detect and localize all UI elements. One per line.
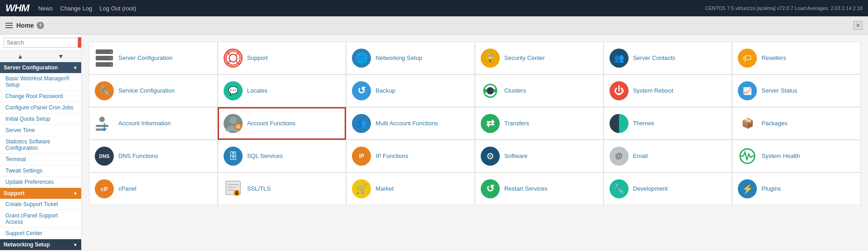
market-label: Market xyxy=(375,185,394,193)
grid-item-server-configuration[interactable]: Server Configuration xyxy=(89,42,218,74)
sidebar-section-server-config-label: Server Configuration xyxy=(4,64,58,71)
multi-account-functions-label: Multi Account Functions xyxy=(375,120,438,128)
clusters-label: Clusters xyxy=(504,87,526,95)
grid-item-themes[interactable]: Themes xyxy=(604,107,732,140)
grid-item-backup[interactable]: ↺ Backup xyxy=(346,74,475,107)
grid-item-server-status[interactable]: 📈 Server Status xyxy=(732,74,861,107)
svg-point-16 xyxy=(99,117,105,122)
sidebar-scroll-buttons: ▲ ▼ xyxy=(0,51,81,62)
sidebar-item-stats-software[interactable]: Statistics Software Configuration xyxy=(0,136,81,154)
cpanel-icon: cP xyxy=(95,179,114,198)
home-label[interactable]: Home xyxy=(16,22,34,29)
grid-item-market[interactable]: 🛒 Market xyxy=(346,172,475,205)
hamburger-icon[interactable] xyxy=(5,23,13,28)
networking-setup-icon: 🌐 xyxy=(352,49,371,68)
content-area: Server Configuration Support 🌐 xyxy=(82,34,868,251)
server-contacts-icon: 👥 xyxy=(610,49,629,68)
grid-item-networking-setup[interactable]: 🌐 Networking Setup xyxy=(346,42,475,74)
svg-point-15 xyxy=(493,89,497,93)
service-configuration-label: Service Configuration xyxy=(118,87,175,95)
grid-item-ssl-tls[interactable]: SSL/TLS xyxy=(218,172,346,205)
grid-item-ip-functions[interactable]: IP IP Functions xyxy=(346,140,475,172)
cpanel-label: cPanel xyxy=(118,185,137,193)
support-label: Support xyxy=(247,54,268,62)
grid-item-cpanel[interactable]: cP cPanel xyxy=(89,172,218,205)
nav-news[interactable]: News xyxy=(38,5,53,12)
clusters-icon xyxy=(481,81,500,100)
sidebar-item-terminal[interactable]: Terminal xyxy=(0,154,81,165)
dns-functions-label: DNS Functions xyxy=(118,153,158,160)
grid-item-clusters[interactable]: Clusters xyxy=(475,74,604,107)
grid-item-email[interactable]: @ Email xyxy=(604,140,732,172)
sidebar-item-change-root[interactable]: Change Root Password xyxy=(0,91,81,102)
packages-label: Packages xyxy=(761,120,787,128)
account-functions-label: Account Functions xyxy=(247,120,296,128)
svg-text:⚙: ⚙ xyxy=(235,123,240,130)
grid-item-transfers[interactable]: ⇄ Transfers xyxy=(475,107,604,140)
grid-item-locales[interactable]: 💬 Locales xyxy=(218,74,346,107)
sidebar-item-server-time[interactable]: Server Time xyxy=(0,125,81,136)
sidebar-item-create-ticket[interactable]: Create Support Ticket xyxy=(0,199,81,210)
navbar: Home ? ✕ xyxy=(0,16,868,34)
security-center-label: Security Center xyxy=(504,54,545,62)
grid-item-service-configuration[interactable]: 🔧 Service Configuration xyxy=(89,74,218,107)
server-configuration-label: Server Configuration xyxy=(118,54,172,62)
sidebar-item-support-center[interactable]: Support Center xyxy=(0,228,81,239)
software-label: Software xyxy=(504,153,527,160)
grid-item-account-information[interactable]: Account Information xyxy=(89,107,218,140)
system-health-icon xyxy=(738,147,757,166)
service-configuration-icon: 🔧 xyxy=(95,81,114,100)
system-health-label: System Health xyxy=(761,153,800,160)
sidebar-item-grant-access[interactable]: Grant cPanel Support Access xyxy=(0,210,81,228)
scroll-up-button[interactable]: ▲ xyxy=(0,51,41,62)
sidebar-item-initial-quota[interactable]: Initial Quota Setup xyxy=(0,113,81,125)
grid-item-account-functions[interactable]: ⚙ Account Functions xyxy=(218,107,346,140)
grid-item-multi-account-functions[interactable]: 👥 Multi Account Functions xyxy=(346,107,475,140)
scroll-down-button[interactable]: ▼ xyxy=(41,51,82,62)
sidebar-section-networking[interactable]: Networking Setup ▼ xyxy=(0,239,81,250)
sidebar-section-support[interactable]: Support ▼ xyxy=(0,188,81,199)
restart-services-label: Restart Services xyxy=(504,185,547,193)
development-label: Development xyxy=(633,185,668,193)
grid-item-sql-services[interactable]: 🗄 SQL Services xyxy=(218,140,346,172)
nav-logout[interactable]: Log Out (root) xyxy=(99,5,136,12)
search-input[interactable] xyxy=(4,38,78,48)
search-button[interactable]: 🔍 xyxy=(78,37,82,48)
grid-item-server-contacts[interactable]: 👥 Server Contacts xyxy=(604,42,732,74)
grid-item-support[interactable]: Support xyxy=(218,42,346,74)
server-contacts-label: Server Contacts xyxy=(633,54,675,62)
nav-changelog[interactable]: Change Log xyxy=(60,5,93,12)
top-nav: News Change Log Log Out (root) xyxy=(38,5,136,12)
sidebar-item-basic-webhost[interactable]: Basic WebHost Manager® Setup xyxy=(0,73,81,91)
email-icon: @ xyxy=(610,147,629,166)
security-center-icon: 🔒 xyxy=(481,49,500,68)
grid-item-resellers[interactable]: 🏷 Resellers xyxy=(732,42,861,74)
nav-close-button[interactable]: ✕ xyxy=(853,21,863,30)
main-grid: Server Configuration Support 🌐 xyxy=(89,42,861,205)
sidebar-section-networking-arrow: ▼ xyxy=(73,242,78,247)
ip-functions-icon: IP xyxy=(352,147,371,166)
svg-point-3 xyxy=(110,51,112,53)
sidebar-item-update-prefs[interactable]: Update Preferences xyxy=(0,177,81,188)
sidebar-section-server-config[interactable]: Server Configuration ▼ xyxy=(0,62,81,73)
sidebar-item-cpanel-cron[interactable]: Configure cPanel Cron Jobs xyxy=(0,102,81,113)
grid-item-dns-functions[interactable]: DNS DNS Functions xyxy=(89,140,218,172)
backup-icon: ↺ xyxy=(352,81,371,100)
grid-item-restart-services[interactable]: ↺ Restart Services xyxy=(475,172,604,205)
topbar-left: WHM News Change Log Log Out (root) xyxy=(5,2,136,14)
grid-item-development[interactable]: 🔧 Development xyxy=(604,172,732,205)
ip-functions-label: IP Functions xyxy=(375,153,408,160)
locales-label: Locales xyxy=(247,87,268,95)
svg-rect-19 xyxy=(104,123,105,131)
grid-item-system-reboot[interactable]: ⏻ System Reboot xyxy=(604,74,732,107)
sidebar-item-tweak-settings[interactable]: Tweak Settings xyxy=(0,165,81,177)
nav-home: Home ? xyxy=(16,22,44,29)
system-reboot-icon: ⏻ xyxy=(610,81,629,100)
grid-item-security-center[interactable]: 🔒 Security Center xyxy=(475,42,604,74)
help-icon[interactable]: ? xyxy=(37,22,44,29)
grid-item-system-health[interactable]: System Health xyxy=(732,140,861,172)
grid-item-software[interactable]: ⚙ Software xyxy=(475,140,604,172)
grid-item-packages[interactable]: 📦 Packages xyxy=(732,107,861,140)
sidebar-section-support-arrow: ▼ xyxy=(73,191,78,196)
grid-item-plugins[interactable]: ⚡ Plugins xyxy=(732,172,861,205)
